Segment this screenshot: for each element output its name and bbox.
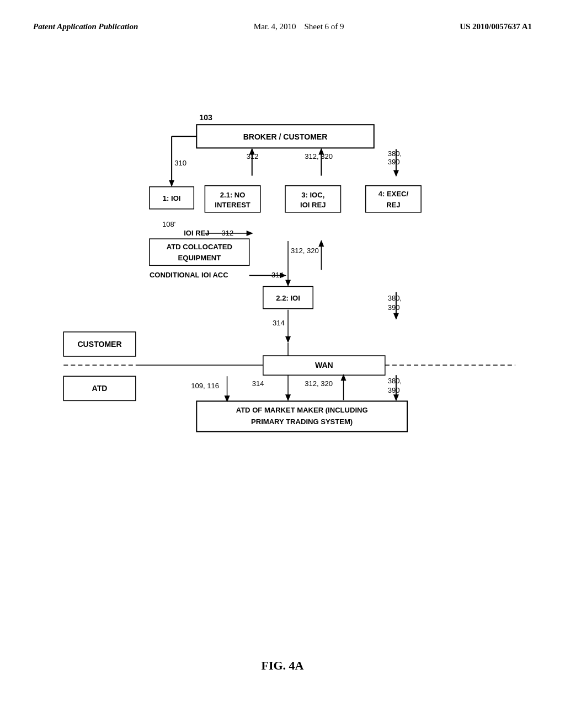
ref-380-390-bottom-label2: 390 bbox=[388, 386, 400, 394]
arrow-380-390-bottom-head bbox=[393, 394, 399, 401]
customer-text: CUSTOMER bbox=[77, 340, 121, 349]
arrow-380-390-right-head bbox=[393, 313, 399, 320]
ref-109-116-label: 109, 116 bbox=[191, 382, 219, 390]
date-sheet: Mar. 4, 2010 Sheet 6 of 9 bbox=[254, 22, 344, 31]
sheet-number: Sheet 6 of 9 bbox=[305, 22, 344, 31]
atd-market-maker-text2: PRIMARY TRADING SYSTEM) bbox=[251, 417, 353, 426]
ref-108-label: 108' bbox=[162, 220, 175, 228]
diagram-svg: text { font-family: 'Arial', sans-serif;… bbox=[33, 88, 532, 618]
ref-380-390-top-label2: 390 bbox=[388, 158, 400, 166]
box-3-text2: IOI REJ bbox=[300, 201, 326, 209]
arrow-312-up-head bbox=[249, 148, 255, 154]
conditional-ioi-acc-label: CONDITIONAL IOI ACC bbox=[150, 271, 228, 279]
ref-312-320-top-label: 312, 320 bbox=[305, 152, 333, 160]
box-4-text2: REJ bbox=[386, 201, 400, 209]
broker-customer-text: BROKER / CUSTOMER bbox=[243, 132, 328, 141]
ref-103-label: 103 bbox=[199, 113, 212, 122]
ref-380-390-top-label: 380, bbox=[388, 149, 402, 158]
ref-314-bottom-label: 314 bbox=[252, 379, 264, 388]
arrow-314-mid-head bbox=[285, 280, 291, 286]
box-2-1-text2: INTEREST bbox=[215, 201, 250, 209]
atd-collocated-text2: EQUIPMENT bbox=[178, 254, 221, 262]
ref-380-390-right-label1: 380, bbox=[388, 294, 402, 302]
arrow-312-320-top-head bbox=[318, 148, 324, 154]
pub-date: Mar. 4, 2010 bbox=[254, 22, 296, 31]
arrow-314-down-head bbox=[285, 336, 291, 343]
ref-312-320-bottom-label: 312, 320 bbox=[305, 379, 333, 388]
ref-314-down-label: 314 bbox=[273, 319, 285, 327]
ref-310-label: 310 bbox=[174, 159, 186, 167]
atd-collocated-text1: ATD COLLOCATED bbox=[167, 243, 232, 251]
box-1-ioi-text: 1: IOI bbox=[163, 194, 181, 202]
box-2-1-text1: 2.1: NO bbox=[220, 191, 246, 199]
ref-380-390-right-label2: 390 bbox=[388, 303, 400, 312]
box-4-text1: 4: EXEC/ bbox=[379, 190, 409, 198]
publication-title: Patent Application Publication bbox=[33, 22, 138, 31]
wan-text: WAN bbox=[315, 361, 333, 370]
box-3-text1: 3: IOC, bbox=[301, 191, 324, 199]
diagram-area: text { font-family: 'Arial', sans-serif;… bbox=[33, 88, 532, 618]
arrow-310-head bbox=[169, 180, 174, 187]
arrow-312-320-mid-head bbox=[318, 240, 324, 247]
ref-380-390-bottom-label1: 380, bbox=[388, 377, 402, 385]
page-header: Patent Application Publication Mar. 4, 2… bbox=[0, 22, 565, 31]
patent-number: US 2010/0057637 A1 bbox=[460, 22, 532, 31]
ref-312-320-mid-label: 312, 320 bbox=[291, 247, 319, 255]
atd-text: ATD bbox=[92, 384, 108, 393]
atd-market-maker-text1: ATD OF MARKET MAKER (INCLUDING bbox=[236, 406, 368, 414]
arrow-314-bottom-head bbox=[285, 394, 291, 401]
ioi-rej-arrow-head bbox=[247, 231, 253, 236]
figure-label: FIG. 4A bbox=[0, 659, 565, 673]
arrow-380-390-top-head bbox=[393, 170, 399, 177]
box-2-2-text: 2.2: IOI bbox=[276, 294, 300, 302]
